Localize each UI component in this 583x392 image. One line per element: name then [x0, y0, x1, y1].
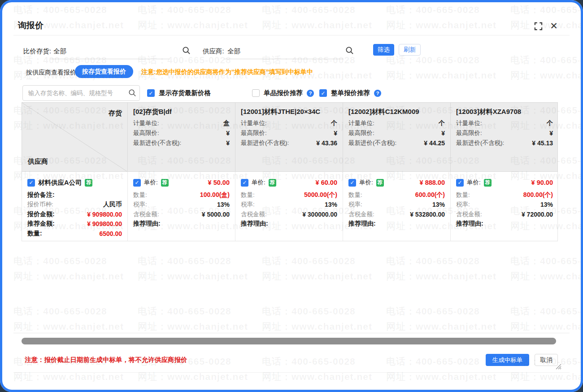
tax-value: 13%: [540, 201, 553, 208]
quote-checkbox[interactable]: ✓: [348, 179, 356, 187]
quote-checkbox[interactable]: ✓: [456, 179, 464, 187]
table-header-row: 存货 供应商 [02]存货B|df 计量单位:盒 最高限价:¥ 最新进价(不含税…: [22, 102, 558, 172]
quote-amount-value: ¥ 909800.00: [87, 211, 122, 218]
max-price-value: ¥: [226, 130, 230, 137]
price-value: ¥ 90.00: [531, 179, 553, 186]
amount-label: 含税金额:: [133, 210, 159, 218]
supplier-row: ✓ 材料供应A公司 荐 报价备注: 报价币种:人民币 报价金额:¥ 909800…: [22, 172, 558, 241]
supplier-qty-value: 6500.00: [99, 230, 122, 237]
option-label: 单品报价推荐: [264, 89, 303, 97]
check-icon: ✓: [321, 91, 325, 96]
tax-value: 13%: [325, 201, 337, 208]
qty-label: 数量:: [241, 191, 255, 199]
currency-value: 人民币: [103, 200, 122, 209]
item-name: [12003]材料XZA9708: [456, 108, 553, 118]
latest-price-value: ¥ 44.25: [424, 139, 445, 147]
resize-handle[interactable]: [554, 362, 561, 370]
refresh-button[interactable]: 刷新: [399, 44, 421, 56]
bottom-separator: [13, 372, 570, 373]
generate-award-button[interactable]: 生成中标单: [486, 354, 529, 366]
item-header-cell: [12001]材料JTHE|20×34C 计量单位:个 最高限价:¥ 最新进价(…: [235, 103, 343, 171]
recommend-badge: 荐: [484, 179, 492, 187]
stock-search-icon[interactable]: [182, 46, 191, 55]
maximize-icon: [534, 22, 543, 30]
help-icon[interactable]: ?: [374, 90, 381, 97]
latest-price-label: 最新进价(不含税):: [348, 139, 396, 147]
tax-label: 税率:: [456, 200, 470, 209]
maximize-button[interactable]: [533, 21, 543, 31]
supplier-filter-label: 供应商:: [203, 47, 224, 56]
supplier-search-icon[interactable]: [345, 46, 354, 55]
reason-label: 推荐理由:: [133, 220, 161, 228]
inquiry-dialog: 询报价 ✕ 比价存货: 全部 供应商: 全部 筛选 刷新 按: [0, 0, 583, 392]
screen: 询报价 ✕ 比价存货: 全部 供应商: 全部 筛选 刷新 按: [0, 0, 583, 392]
remark-label: 报价备注:: [27, 191, 55, 199]
resize-icon: [554, 362, 561, 370]
corner-supplier-label: 供应商: [28, 157, 48, 166]
amount-value: ¥ 300000.00: [302, 211, 337, 218]
quote-table: 存货 供应商 [02]存货B|df 计量单位:盒 最高限价:¥ 最新进价(不含税…: [22, 102, 558, 241]
reason-label: 推荐理由:: [348, 220, 376, 228]
scroll-separator: [13, 333, 570, 333]
tab-by-supplier[interactable]: 按供应商查看报价: [26, 69, 76, 77]
quote-cell: ✓ 单价: 荐 ¥ 60.00 数量:5000.00(个) 税率:13% 含税金…: [235, 172, 343, 241]
search-input[interactable]: [22, 85, 140, 101]
tax-label: 税率:: [241, 200, 255, 209]
quote-checkbox[interactable]: ✓: [241, 179, 248, 187]
supplier-cell: ✓ 材料供应A公司 荐 报价备注: 报价币种:人民币 报价金额:¥ 909800…: [22, 172, 128, 241]
check-icon: ✓: [135, 180, 139, 185]
close-icon: ✕: [550, 21, 558, 30]
unit-value: 个: [547, 119, 553, 127]
latest-price-value: ¥ 43.36: [316, 139, 337, 147]
amount-value: ¥ 5000.00: [202, 211, 230, 218]
help-icon[interactable]: ?: [307, 90, 314, 97]
recommend-badge: 荐: [161, 179, 169, 187]
close-button[interactable]: ✕: [549, 21, 559, 30]
check-icon: ✓: [457, 180, 462, 185]
unit-label: 计量单位:: [348, 119, 374, 127]
recommend-amount-value: ¥ 909800.00: [87, 220, 122, 227]
search-icon[interactable]: [128, 89, 136, 97]
recommend-badge: 荐: [376, 179, 384, 187]
price-label: 单价:: [467, 179, 481, 187]
tax-value: 13%: [432, 201, 445, 208]
selection-notice: 注意:您选中报价的供应商将作为“推荐供应商”填写到中标单中: [141, 68, 313, 76]
filter-button[interactable]: 筛选: [373, 44, 394, 56]
single-recommend-checkbox[interactable]: [252, 89, 260, 97]
tab-by-stock[interactable]: 按存货查看报价: [75, 65, 133, 78]
corner-stock-label: 存货: [109, 109, 122, 118]
max-price-value: ¥: [334, 130, 337, 137]
latest-price-checkbox[interactable]: ✓: [147, 89, 155, 97]
qty-label: 数量:: [456, 191, 470, 199]
item-header-cell: [12002]材料C12KM009 计量单位:个 最高限价:¥ 最新进价(不含税…: [343, 103, 451, 171]
stock-filter-value[interactable]: 全部: [53, 47, 66, 56]
recommend-badge: 荐: [269, 179, 276, 187]
title-separator: [13, 35, 570, 35]
max-price-value: ¥: [549, 130, 553, 137]
supplier-qty-label: 数量:: [27, 230, 42, 238]
reason-label: 推荐理由:: [241, 220, 268, 228]
amount-label: 含税金额:: [348, 210, 374, 218]
supplier-name: 材料供应A公司: [38, 179, 82, 187]
deadline-note: 注意：报价截止日期前生成中标单，将不允许供应商报价: [25, 356, 187, 364]
reason-label: 推荐理由:: [456, 220, 483, 228]
unit-value: 个: [331, 119, 337, 127]
max-price-label: 最高限价:: [241, 129, 267, 137]
qty-value: 600.00(个): [415, 191, 445, 199]
latest-price-value: ¥: [226, 139, 230, 147]
horizontal-scrollbar[interactable]: [22, 338, 556, 344]
supplier-checkbox[interactable]: ✓: [27, 179, 35, 187]
quote-amount-label: 报价金额:: [27, 210, 55, 218]
option-latest-price: ✓ 显示存货最新价格: [147, 89, 211, 97]
amount-value: ¥ 72000.00: [522, 211, 553, 218]
quote-checkbox[interactable]: ✓: [133, 179, 141, 187]
supplier-filter-value[interactable]: 全部: [227, 47, 240, 56]
tax-value: 13%: [217, 201, 230, 208]
quote-cell: ✓ 单价: 荐 ¥ 90.00 数量:800.00(个) 税率:13% 含税金额…: [451, 172, 558, 241]
unit-label: 计量单位:: [241, 119, 267, 127]
whole-recommend-checkbox[interactable]: ✓: [319, 89, 327, 97]
option-label: 显示存货最新价格: [159, 89, 211, 97]
corner-cell: 存货 供应商: [22, 103, 128, 171]
tax-label: 税率:: [133, 200, 147, 209]
price-label: 单价:: [144, 179, 158, 187]
